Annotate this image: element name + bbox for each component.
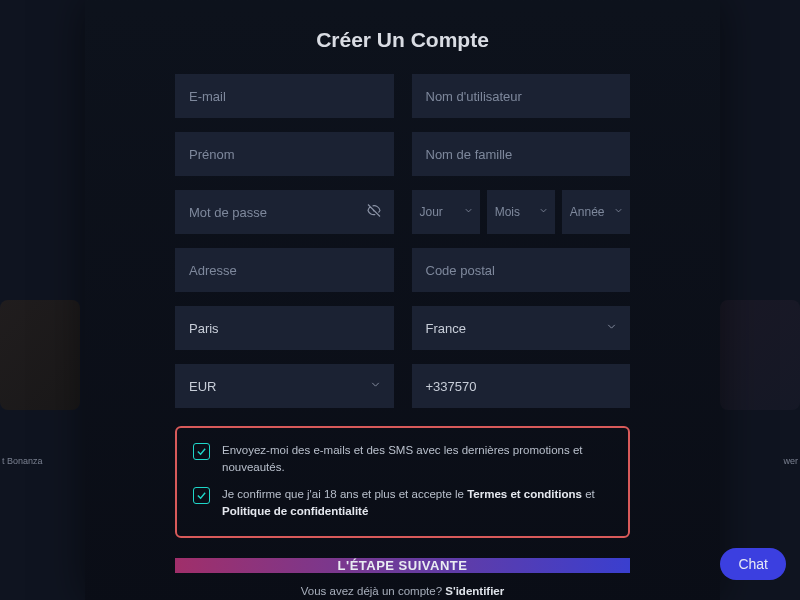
phone-field[interactable]: +337570 [412,364,631,408]
promo-checkbox[interactable] [193,443,210,460]
text: et [582,488,595,500]
next-step-button[interactable]: L'ÉTAPE SUIVANTE [175,558,630,573]
chevron-down-icon [605,320,618,336]
age-consent-row: Je confirme que j'ai 18 ans et plus et a… [193,486,612,519]
privacy-link[interactable]: Politique de confidentialité [222,505,368,517]
label: Jour [420,205,443,219]
signup-modal: Créer Un Compte E-mail Nom d'utilisateur… [85,0,720,600]
consent-box: Envoyez-moi des e-mails et des SMS avec … [175,426,630,538]
promo-consent-row: Envoyez-moi des e-mails et des SMS avec … [193,442,612,475]
bg-game-label: t Bonanza [2,456,43,466]
email-field[interactable]: E-mail [175,74,394,118]
age-text: Je confirme que j'ai 18 ans et plus et a… [222,486,612,519]
placeholder: E-mail [189,89,226,104]
age-checkbox[interactable] [193,487,210,504]
bg-game-tile [0,300,80,410]
bg-game-tile [720,300,800,410]
text: Je confirme que j'ai 18 ans et plus et a… [222,488,467,500]
chevron-down-icon [463,205,474,219]
placeholder: Nom de famille [426,147,513,162]
dob-day-select[interactable]: Jour [412,190,480,234]
promo-text: Envoyez-moi des e-mails et des SMS avec … [222,442,612,475]
modal-title: Créer Un Compte [316,28,489,52]
check-icon [196,490,207,501]
password-field[interactable]: Mot de passe [175,190,394,234]
dob-month-select[interactable]: Mois [487,190,555,234]
signup-form: E-mail Nom d'utilisateur Prénom Nom de f… [175,74,630,408]
label: Année [570,205,605,219]
username-field[interactable]: Nom d'utilisateur [412,74,631,118]
placeholder: Code postal [426,263,495,278]
value: EUR [189,379,216,394]
placeholder: Mot de passe [189,205,267,220]
placeholder: Prénom [189,147,235,162]
bg-game-label: wer [783,456,798,466]
toggle-password-icon[interactable] [366,203,382,222]
label: Mois [495,205,520,219]
dob-row: Jour Mois Année [412,190,631,234]
dob-year-select[interactable]: Année [562,190,630,234]
chevron-down-icon [369,378,382,394]
chat-button[interactable]: Chat [720,548,786,580]
placeholder: Adresse [189,263,237,278]
value: Paris [189,321,219,336]
chevron-down-icon [538,205,549,219]
signin-prompt: Vous avez déjà un compte? S'identifier [301,585,504,597]
chevron-down-icon [613,205,624,219]
value: France [426,321,466,336]
lastname-field[interactable]: Nom de famille [412,132,631,176]
text: Vous avez déjà un compte? [301,585,446,597]
city-field[interactable]: Paris [175,306,394,350]
address-field[interactable]: Adresse [175,248,394,292]
check-icon [196,446,207,457]
signin-link[interactable]: S'identifier [445,585,504,597]
placeholder: Nom d'utilisateur [426,89,522,104]
postal-field[interactable]: Code postal [412,248,631,292]
currency-select[interactable]: EUR [175,364,394,408]
firstname-field[interactable]: Prénom [175,132,394,176]
value: +337570 [426,379,477,394]
terms-link[interactable]: Termes et conditions [467,488,582,500]
country-select[interactable]: France [412,306,631,350]
